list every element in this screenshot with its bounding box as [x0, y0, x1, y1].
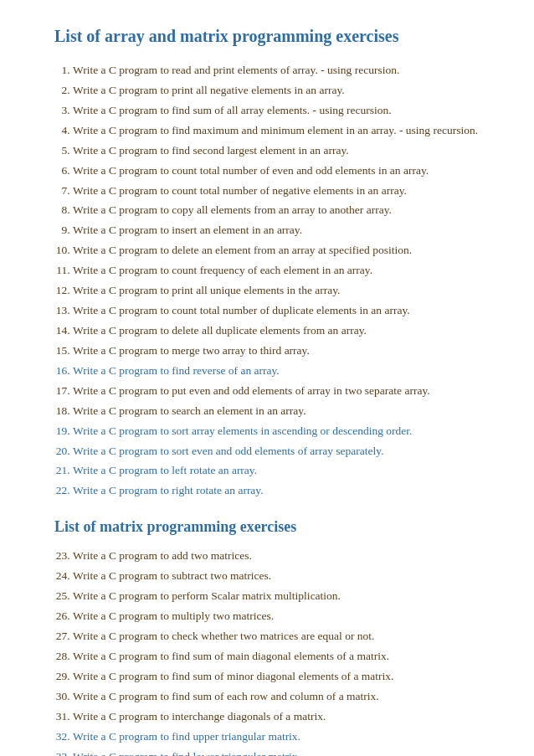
- list-item[interactable]: Write a C program to find upper triangul…: [73, 728, 488, 746]
- list-item[interactable]: Write a C program to sort array elements…: [73, 423, 488, 440]
- list-item: Write a C program to find sum of main di…: [73, 648, 488, 666]
- list-item: Write a C program to delete an element f…: [73, 242, 488, 260]
- list-item: Write a C program to perform Scalar matr…: [73, 588, 488, 605]
- list-item[interactable]: Write a C program to sort even and odd e…: [73, 443, 488, 460]
- list-item: Write a C program to print all negative …: [73, 82, 488, 100]
- list-item: Write a C program to insert an element i…: [73, 222, 488, 239]
- list-item: Write a C program to find sum of all arr…: [73, 102, 488, 120]
- array-list: Write a C program to read and print elem…: [54, 62, 488, 500]
- list-item[interactable]: Write a C program to find lower triangul…: [73, 748, 488, 757]
- list-item: Write a C program to print all unique el…: [73, 282, 488, 300]
- list-item: Write a C program to delete all duplicat…: [73, 322, 488, 340]
- section-title: List of matrix programming exercises: [54, 518, 488, 536]
- list-item: Write a C program to count total number …: [73, 162, 488, 180]
- matrix-list: Write a C program to add two matrices.Wr…: [54, 548, 488, 756]
- list-item: Write a C program to count frequency of …: [73, 262, 488, 280]
- list-item-link[interactable]: Write a C program to right rotate an arr…: [73, 484, 264, 496]
- list-item-link[interactable]: Write a C program to find reverse of an …: [73, 364, 280, 377]
- list-item: Write a C program to copy all elements f…: [73, 202, 488, 219]
- list-item[interactable]: Write a C program to left rotate an arra…: [73, 462, 488, 480]
- list-item: Write a C program to find second largest…: [73, 142, 488, 160]
- list-item-link[interactable]: Write a C program to sort array elements…: [73, 424, 412, 437]
- list-item: Write a C program to check whether two m…: [73, 628, 488, 645]
- list-item: Write a C program to find sum of each ro…: [73, 688, 488, 706]
- list-item: Write a C program to put even and odd el…: [73, 383, 488, 400]
- list-item: Write a C program to find sum of minor d…: [73, 668, 488, 686]
- list-item[interactable]: Write a C program to right rotate an arr…: [73, 482, 488, 500]
- list-item-link[interactable]: Write a C program to sort even and odd e…: [73, 445, 384, 457]
- list-item: Write a C program to subtract two matric…: [73, 568, 488, 585]
- list-item: Write a C program to search an element i…: [73, 403, 488, 420]
- list-item: Write a C program to interchange diagona…: [73, 708, 488, 726]
- list-item: Write a C program to read and print elem…: [73, 62, 488, 80]
- main-title: List of array and matrix programming exe…: [54, 25, 488, 47]
- list-item: Write a C program to count total number …: [73, 302, 488, 320]
- list-item: Write a C program to multiply two matric…: [73, 608, 488, 625]
- list-item: Write a C program to find maximum and mi…: [73, 122, 488, 140]
- list-item-link[interactable]: Write a C program to left rotate an arra…: [73, 464, 257, 476]
- list-item-link[interactable]: Write a C program to find upper triangul…: [73, 730, 300, 743]
- list-item: Write a C program to count total number …: [73, 183, 488, 200]
- list-item[interactable]: Write a C program to find reverse of an …: [73, 363, 488, 380]
- list-item: Write a C program to merge two array to …: [73, 342, 488, 360]
- list-item-link[interactable]: Write a C program to find lower triangul…: [73, 750, 300, 757]
- list-item: Write a C program to add two matrices.: [73, 548, 488, 565]
